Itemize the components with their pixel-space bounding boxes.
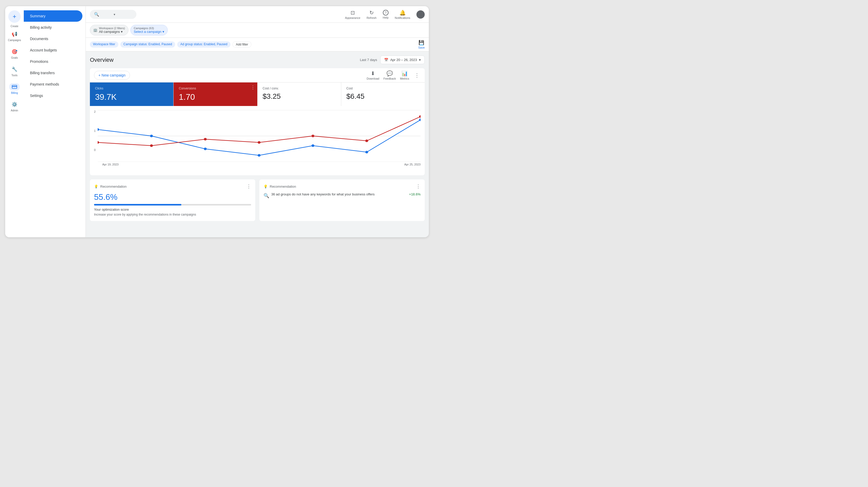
svg-point-6	[150, 135, 153, 137]
help-action[interactable]: ? Help	[382, 10, 389, 19]
appearance-icon: ⊡	[350, 9, 355, 16]
metric-card-conversions[interactable]: Conversions 1.70 ⋮	[174, 82, 257, 106]
search-box[interactable]: 🔍 ▾	[90, 10, 136, 19]
goals-label: Goals	[11, 56, 18, 59]
rec-search-icon: 🔍	[264, 193, 269, 199]
top-bar: 🔍 ▾ ⊡ Appearance ↻ Refresh ? Help	[86, 6, 429, 23]
rec-bulb-icon-1: 💡	[94, 184, 98, 189]
feedback-action[interactable]: 💬 Feedback	[383, 70, 396, 80]
metric-card-cost-per-conv[interactable]: Cost / conv. $3.25	[257, 82, 341, 106]
rec-bulb-icon-2: 💡	[264, 184, 268, 189]
svg-point-8	[258, 154, 261, 156]
clicks-value: 39.7K	[95, 92, 168, 102]
svg-point-5	[98, 128, 99, 131]
admin-label: Admin	[11, 109, 18, 112]
cost-value: $6.45	[346, 92, 420, 101]
main-card: + Create 📢 Campaigns 🎯 Goals 🔧 Tools Bil…	[5, 6, 429, 237]
filter-chip-add[interactable]: Add filter	[232, 41, 251, 48]
create-button[interactable]: +	[8, 10, 21, 23]
svg-point-15	[258, 141, 261, 144]
rec-card-opt-score: 💡 Recommendation ⋮ 55.6% Your optimizati…	[90, 179, 255, 221]
notifications-icon: 🔔	[399, 9, 406, 16]
filter-chip-workspace[interactable]: Workspace filter	[90, 41, 118, 48]
workspace-icon: 🏢	[93, 28, 97, 32]
stats-section: + New campaign ⬇ Download 💬 Feedback 📊	[90, 68, 425, 175]
download-label: Download	[367, 77, 379, 80]
admin-icon: ⚙️	[9, 101, 20, 108]
filter-bar: 🏢 Workspace (2 filters) All campaigns ▾ …	[86, 23, 429, 38]
metrics-label: Metrics	[400, 77, 409, 80]
metrics-action[interactable]: 📊 Metrics	[400, 70, 409, 80]
avatar[interactable]	[416, 10, 425, 19]
save-button[interactable]: 💾 Save	[418, 40, 425, 49]
rec-header-left-2: 💡 Recommendation	[264, 184, 296, 189]
help-icon: ?	[383, 10, 389, 16]
feedback-icon: 💬	[386, 70, 393, 77]
billing-menu-billing-transfers[interactable]: Billing transfers	[24, 67, 83, 79]
conversions-value: 1.70	[179, 92, 252, 102]
refresh-action[interactable]: ↻ Refresh	[367, 9, 377, 19]
metrics-icon: 📊	[401, 70, 408, 77]
workspace-sub-text: All campaigns	[99, 30, 120, 34]
rec-card-keywords: 💡 Recommendation ⋮ 🔍 36 ad groups do not…	[259, 179, 425, 221]
metric-card-cost[interactable]: Cost $6.45	[341, 82, 425, 106]
campaigns-icon: 📢	[9, 30, 20, 38]
save-label: Save	[418, 46, 425, 49]
notifications-action[interactable]: 🔔 Notifications	[395, 9, 410, 19]
billing-menu-billing-activity[interactable]: Billing activity	[24, 22, 83, 33]
billing-menu-documents[interactable]: Documents	[24, 33, 83, 45]
top-bar-right: ⊡ Appearance ↻ Refresh ? Help 🔔 Notifica…	[345, 9, 425, 19]
y-label-1: 1	[94, 129, 96, 132]
rec-more-icon-2[interactable]: ⋮	[416, 183, 421, 189]
date-range: Last 7 days 📅 Apr 20 – 26, 2023 ▾	[360, 56, 425, 64]
feedback-label: Feedback	[383, 77, 396, 80]
date-chevron-icon: ▾	[419, 58, 421, 62]
tools-icon: 🔧	[9, 66, 20, 73]
download-action[interactable]: ⬇ Download	[367, 70, 379, 80]
workspace-filter[interactable]: 🏢 Workspace (2 filters) All campaigns ▾	[90, 25, 128, 35]
create-label: Create	[10, 25, 18, 28]
cost-label: Cost	[346, 87, 420, 90]
campaign-filter[interactable]: Campaigns (63) Select a campaign ▾	[130, 25, 168, 35]
opt-subdesc: Increase your score by applying the reco…	[94, 212, 251, 217]
sidebar-item-billing[interactable]: Billing	[6, 81, 23, 97]
filter-chips-bar: Workspace filter Campaign status: Enable…	[86, 38, 429, 52]
chevron-down-icon: ▾	[114, 13, 115, 16]
top-bar-left: 🔍 ▾	[90, 10, 136, 19]
svg-point-17	[365, 140, 368, 142]
rec-header-left-1: 💡 Recommendation	[94, 184, 127, 189]
appearance-action[interactable]: ⊡ Appearance	[345, 9, 361, 19]
sidebar-item-goals[interactable]: 🎯 Goals	[6, 46, 23, 62]
sidebar-item-campaigns[interactable]: 📢 Campaigns	[6, 28, 23, 45]
filter-chip-campaign-status[interactable]: Campaign status: Enabled, Paused	[120, 41, 175, 48]
date-range-value: Apr 20 – 26, 2023	[390, 58, 417, 62]
workspace-label: Workspace (2 filters)	[99, 27, 125, 30]
chart-svg	[98, 110, 421, 162]
metric-card-clicks[interactable]: Clicks 39.7K	[90, 82, 174, 106]
clicks-label: Clicks	[95, 87, 168, 90]
more-options-button[interactable]: ⋮	[413, 72, 421, 78]
rec-more-icon-1[interactable]: ⋮	[246, 183, 251, 189]
billing-menu-settings[interactable]: Settings	[24, 90, 83, 101]
billing-menu: Summary Billing activity Documents Accou…	[24, 6, 86, 237]
rec-content-inner: 🔍 36 ad groups do not have any keywords …	[264, 192, 375, 199]
rec-badge: +18.6%	[409, 192, 421, 196]
sidebar-item-admin[interactable]: ⚙️ Admin	[6, 98, 23, 115]
rec-content-row: 🔍 36 ad groups do not have any keywords …	[264, 192, 421, 199]
svg-point-7	[204, 148, 207, 150]
sidebar-item-tools[interactable]: 🔧 Tools	[6, 63, 23, 80]
campaigns-sub: Select a campaign ▾	[134, 30, 164, 34]
save-icon: 💾	[418, 40, 424, 46]
billing-menu-payment-methods[interactable]: Payment methods	[24, 79, 83, 90]
conversions-more-icon[interactable]: ⋮	[251, 85, 255, 90]
cost-per-conv-value: $3.25	[263, 92, 336, 101]
billing-menu-promotions[interactable]: Promotions	[24, 56, 83, 67]
new-campaign-button[interactable]: + New campaign	[94, 71, 130, 80]
date-range-button[interactable]: 📅 Apr 20 – 26, 2023 ▾	[380, 56, 425, 64]
stats-actions: ⬇ Download 💬 Feedback 📊 Metrics ⋮	[367, 70, 421, 80]
svg-point-12	[98, 141, 99, 144]
billing-menu-summary[interactable]: Summary	[24, 10, 83, 22]
filter-chip-adgroup-status[interactable]: Ad group status: Enabled, Paused	[177, 41, 230, 48]
search-icon: 🔍	[94, 12, 99, 17]
billing-menu-account-budgets[interactable]: Account budgets	[24, 45, 83, 56]
